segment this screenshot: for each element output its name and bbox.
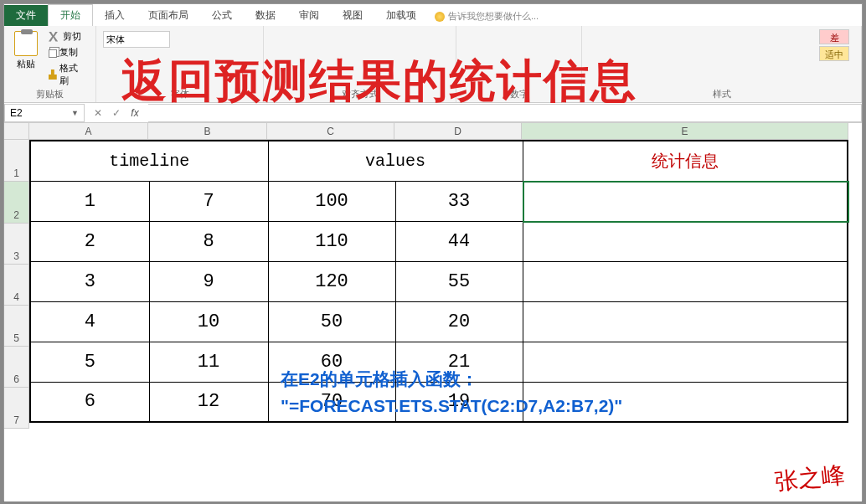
- cell[interactable]: [523, 301, 848, 342]
- app-window: 文件 开始 插入 页面布局 公式 数据 审阅 视图 加载项 告诉我您想要做什么.…: [3, 3, 863, 501]
- style-bad[interactable]: 差: [819, 29, 849, 44]
- ribbon-group-number: 数字: [456, 26, 582, 102]
- scissors-icon: [49, 32, 60, 42]
- cell[interactable]: 11: [149, 342, 268, 382]
- cell[interactable]: 33: [395, 181, 523, 221]
- formula-bar-row: E2 ▼ ✕ ✓ fx: [4, 103, 862, 123]
- ribbon-group-label: 数字: [456, 88, 581, 100]
- ribbon-group-styles: 差 适中 样式: [582, 26, 862, 102]
- column-headers: A B C D E: [4, 123, 862, 140]
- row-header-6[interactable]: 6: [4, 347, 29, 388]
- cell[interactable]: 21: [395, 342, 523, 382]
- cell[interactable]: 20: [395, 301, 523, 342]
- row-header-1[interactable]: 1: [4, 140, 29, 182]
- cell[interactable]: 70: [268, 382, 395, 422]
- header-timeline[interactable]: timeline: [30, 141, 268, 181]
- tab-insert[interactable]: 插入: [93, 5, 137, 26]
- cell[interactable]: [523, 342, 848, 382]
- tab-home[interactable]: 开始: [48, 4, 93, 26]
- insert-function-button[interactable]: fx: [126, 105, 143, 121]
- col-header-b[interactable]: B: [148, 123, 267, 140]
- select-all-corner[interactable]: [4, 123, 29, 140]
- lightbulb-icon: [435, 12, 445, 22]
- cut-label: 剪切: [63, 30, 81, 43]
- font-name-input[interactable]: [103, 31, 170, 48]
- data-table: timeline values 统计信息 1710033 2811044 391…: [29, 140, 848, 423]
- ribbon-group-alignment: 对齐方式: [264, 26, 456, 102]
- cell-e2[interactable]: [523, 181, 848, 221]
- copy-icon: [49, 49, 57, 58]
- confirm-formula-button[interactable]: ✓: [108, 105, 125, 121]
- tell-me-placeholder: 告诉我您想要做什么...: [448, 10, 539, 23]
- copy-label: 复制: [59, 46, 78, 59]
- tab-file[interactable]: 文件: [4, 5, 48, 26]
- tab-addins[interactable]: 加载项: [374, 5, 428, 26]
- ribbon: 粘贴 剪切 复制 格式刷 剪贴板 字体 对齐方式 数字: [4, 26, 862, 103]
- tell-me-search[interactable]: 告诉我您想要做什么...: [428, 7, 545, 26]
- col-header-d[interactable]: D: [394, 123, 522, 140]
- cell[interactable]: 8: [149, 221, 268, 261]
- row-header-4[interactable]: 4: [4, 265, 29, 306]
- ribbon-group-label: 字体: [96, 88, 263, 100]
- cell[interactable]: [523, 382, 848, 422]
- copy-button[interactable]: 复制: [46, 45, 89, 59]
- cell[interactable]: 9: [149, 261, 268, 301]
- ribbon-group-clipboard: 粘贴 剪切 复制 格式刷 剪贴板: [4, 26, 96, 102]
- format-painter-label: 格式刷: [59, 62, 86, 87]
- tab-page-layout[interactable]: 页面布局: [137, 5, 200, 26]
- cell[interactable]: 5: [30, 342, 149, 382]
- row-header-2[interactable]: 2: [4, 182, 29, 224]
- spreadsheet-grid[interactable]: A B C D E timeline values 统计信息 1710033 2…: [4, 123, 862, 501]
- row-header-3[interactable]: 3: [4, 224, 29, 265]
- tab-bar: 文件 开始 插入 页面布局 公式 数据 审阅 视图 加载项 告诉我您想要做什么.…: [4, 4, 862, 26]
- row-header-5[interactable]: 5: [4, 306, 29, 347]
- ribbon-group-label: 样式: [582, 88, 861, 100]
- ribbon-group-font: 字体: [96, 26, 264, 102]
- cell[interactable]: 3: [30, 261, 149, 301]
- format-painter-button[interactable]: 格式刷: [46, 61, 89, 88]
- style-good[interactable]: 适中: [819, 46, 849, 61]
- cell[interactable]: 10: [149, 301, 268, 342]
- cell[interactable]: 2: [30, 221, 149, 261]
- cell[interactable]: [523, 261, 848, 301]
- cell[interactable]: 6: [30, 382, 149, 422]
- ribbon-group-label: 对齐方式: [264, 88, 456, 100]
- tab-view[interactable]: 视图: [331, 5, 374, 26]
- brush-icon: [49, 69, 57, 80]
- cell[interactable]: 110: [268, 221, 395, 261]
- col-header-a[interactable]: A: [29, 123, 148, 140]
- cell[interactable]: [523, 221, 848, 261]
- formula-bar[interactable]: [148, 104, 862, 122]
- cancel-formula-button[interactable]: ✕: [90, 105, 106, 121]
- cell[interactable]: 55: [395, 261, 523, 301]
- cell[interactable]: 1: [30, 181, 149, 221]
- chevron-down-icon: ▼: [71, 109, 79, 117]
- header-stat[interactable]: 统计信息: [523, 141, 848, 181]
- signature: 张之峰: [773, 460, 847, 499]
- cell[interactable]: 7: [149, 181, 268, 221]
- col-header-c[interactable]: C: [267, 123, 394, 140]
- header-values[interactable]: values: [268, 141, 523, 181]
- name-box[interactable]: E2 ▼: [4, 104, 85, 122]
- tab-formulas[interactable]: 公式: [200, 5, 244, 26]
- tab-review[interactable]: 审阅: [287, 5, 331, 26]
- formula-buttons: ✕ ✓ fx: [85, 105, 148, 121]
- name-box-value: E2: [10, 107, 23, 119]
- cell[interactable]: 60: [268, 342, 395, 382]
- tab-data[interactable]: 数据: [244, 5, 287, 26]
- cell[interactable]: 44: [395, 221, 523, 261]
- cell[interactable]: 12: [149, 382, 268, 422]
- cell[interactable]: 19: [395, 382, 523, 422]
- cell[interactable]: 50: [268, 301, 395, 342]
- clipboard-icon: [14, 31, 38, 56]
- cell[interactable]: 120: [268, 261, 395, 301]
- row-header-7[interactable]: 7: [4, 388, 29, 429]
- cell[interactable]: 4: [30, 301, 149, 342]
- cell[interactable]: 100: [268, 181, 395, 221]
- ribbon-group-label: 剪贴板: [4, 88, 95, 100]
- paste-label: 粘贴: [17, 58, 35, 70]
- col-header-e[interactable]: E: [522, 123, 848, 140]
- cut-button[interactable]: 剪切: [46, 29, 89, 44]
